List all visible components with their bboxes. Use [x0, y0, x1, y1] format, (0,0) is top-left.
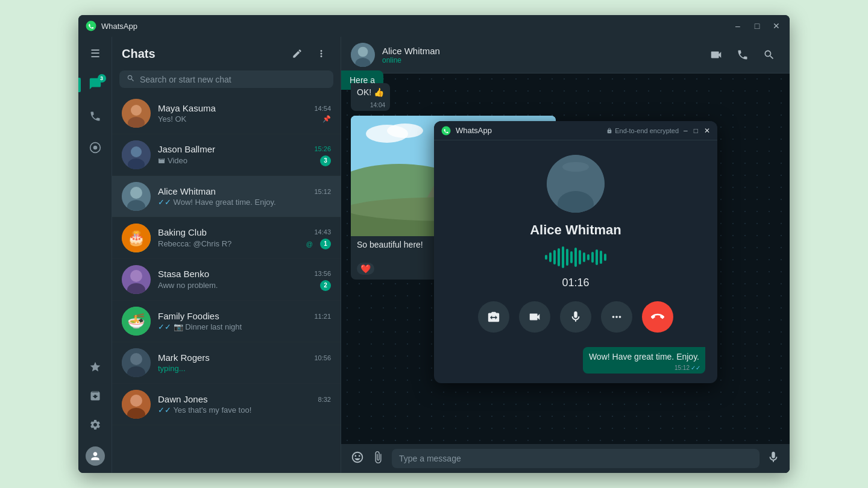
svg-point-2: [93, 146, 97, 150]
chat-header-actions: [705, 44, 780, 66]
search-bar: [119, 70, 333, 88]
badge-stasa: 2: [320, 280, 331, 291]
search-input[interactable]: [140, 75, 326, 84]
call-more-button[interactable]: [601, 301, 632, 333]
chat-preview-alice: ✓✓ Wow! Have great time. Enjoy.: [158, 198, 331, 207]
call-title-controls: – □ ✕: [684, 127, 710, 135]
chat-header-info: Alice Whitman online: [382, 46, 440, 64]
nav-archived-button[interactable]: [83, 384, 107, 408]
wave-bar-11: [587, 254, 590, 260]
video-call-button[interactable]: [705, 44, 727, 66]
svg-point-26: [358, 47, 368, 57]
chat-list: Maya Kasuma 14:54 Yes! OK 📌: [112, 93, 341, 473]
new-chat-button[interactable]: [288, 44, 307, 63]
chat-info-dawn: Dawn Jones 8:32 ✓✓ Yes that's my fave to…: [158, 394, 331, 414]
call-body: Alice Whitman: [434, 140, 717, 383]
nav-starred-button[interactable]: [83, 355, 107, 379]
chat-input-area: [341, 444, 790, 473]
e2e-badge: End-to-end encrypted: [602, 127, 684, 134]
chat-bottom-family: ✓✓ 📷 Dinner last night: [158, 322, 331, 331]
call-title-bar: WhatsApp End-to-end encrypted – □ ✕: [434, 121, 717, 140]
sidebar-actions: [288, 44, 331, 63]
chat-name-dawn: Dawn Jones: [158, 394, 208, 404]
chat-info-family: Family Foodies 11:21 ✓✓ 📷 Dinner last ni…: [158, 311, 331, 331]
emoji-button[interactable]: [351, 451, 364, 467]
call-close-button[interactable]: ✕: [704, 127, 710, 135]
avatar-mark: [122, 348, 151, 377]
chat-header-avatar[interactable]: [351, 43, 375, 67]
message-ok: OK! 👍 14:04: [351, 83, 390, 111]
nav-chats-button[interactable]: 3: [83, 73, 107, 97]
wave-bar-15: [604, 254, 606, 261]
chat-bottom-dawn: ✓✓ Yes that's my fave too!: [158, 405, 331, 414]
message-input[interactable]: [392, 449, 760, 468]
switch-camera-button[interactable]: [478, 301, 509, 333]
call-maximize-button[interactable]: □: [694, 127, 698, 135]
mic-button[interactable]: [767, 451, 780, 467]
chat-item-stasa[interactable]: Stasa Benko 13:56 Aww no problem. 2: [112, 259, 341, 301]
call-minimize-button[interactable]: –: [684, 127, 688, 135]
chat-info-stasa: Stasa Benko 13:56 Aww no problem. 2: [158, 269, 331, 291]
chat-bottom-mark: typing...: [158, 364, 331, 373]
chat-item-family[interactable]: 🍜 Family Foodies 11:21 ✓✓ 📷 Dinner last …: [112, 301, 341, 342]
title-bar: WhatsApp – □ ✕: [78, 15, 790, 37]
chat-preview-dawn: ✓✓ Yes that's my fave too!: [158, 405, 331, 414]
call-chat-area: Wow! Have great time. Enjoy. 15:12 ✓✓: [446, 342, 705, 374]
chat-preview-jason: Video: [158, 156, 315, 165]
chat-time-jason: 15:26: [314, 145, 331, 152]
call-sent-time: 15:12 ✓✓: [675, 364, 700, 371]
wave-bar-6: [566, 249, 568, 266]
end-call-button[interactable]: [642, 301, 673, 333]
chat-item-alice[interactable]: Alice Whitman 15:12 ✓✓ Wow! Have great t…: [112, 176, 341, 217]
svg-point-7: [131, 146, 142, 157]
chat-item-jason[interactable]: Jason Ballmer 15:26 Video 3: [112, 134, 341, 176]
nav-status-button[interactable]: [83, 136, 107, 160]
wave-bar-12: [591, 252, 594, 263]
call-mute-button[interactable]: [560, 301, 591, 333]
wave-bar-4: [558, 248, 560, 266]
chat-top-jason: Jason Ballmer 15:26: [158, 144, 331, 154]
voice-call-button[interactable]: [732, 44, 753, 66]
call-sent-message-wrapper: Wow! Have great time. Enjoy. 15:12 ✓✓: [446, 347, 705, 374]
svg-point-43: [562, 162, 589, 172]
svg-text:🎂: 🎂: [127, 229, 145, 246]
minimize-button[interactable]: –: [732, 21, 744, 31]
chat-top-alice: Alice Whitman 15:12: [158, 186, 331, 196]
chat-name-family: Family Foodies: [158, 311, 219, 321]
call-video-button[interactable]: [519, 301, 550, 333]
svg-point-10: [130, 187, 142, 199]
left-nav: ☰ 3: [78, 37, 112, 473]
chat-name-jason: Jason Ballmer: [158, 144, 215, 154]
chat-bottom-alice: ✓✓ Wow! Have great time. Enjoy.: [158, 198, 331, 207]
call-actions: [478, 301, 673, 333]
user-avatar[interactable]: [86, 446, 105, 466]
search-chat-button[interactable]: [758, 44, 780, 66]
hamburger-menu-button[interactable]: ☰: [83, 42, 107, 66]
chat-preview-baking: Rebecca: @Chris R?: [158, 239, 306, 248]
chat-top-dawn: Dawn Jones 8:32: [158, 394, 331, 404]
chat-name-stasa: Stasa Benko: [158, 269, 209, 279]
chat-item-dawn[interactable]: Dawn Jones 8:32 ✓✓ Yes that's my fave to…: [112, 384, 341, 425]
chat-preview-maya: Yes! OK: [158, 114, 318, 124]
menu-button[interactable]: [312, 44, 331, 63]
chat-item-mark[interactable]: Mark Rogers 10:56 typing...: [112, 342, 341, 384]
chat-header-status: online: [382, 56, 440, 64]
wave-bar-5: [562, 246, 564, 268]
attach-button[interactable]: [371, 451, 385, 467]
maximize-button[interactable]: □: [751, 21, 763, 31]
chats-badge: 3: [98, 74, 106, 83]
chat-time-maya: 14:54: [314, 105, 331, 112]
close-button[interactable]: ✕: [770, 21, 782, 31]
chat-header-name: Alice Whitman: [382, 46, 440, 56]
sidebar-title: Chats: [122, 47, 156, 61]
chat-preview-mark: typing...: [158, 364, 331, 373]
sidebar-header: Chats: [112, 37, 341, 68]
wave-bar-13: [596, 249, 598, 265]
nav-settings-button[interactable]: [83, 413, 107, 437]
chat-item-maya[interactable]: Maya Kasuma 14:54 Yes! OK 📌: [112, 93, 341, 134]
nav-calls-button[interactable]: [83, 104, 107, 128]
chat-item-baking[interactable]: 🎂 Baking Club 14:43 Rebecca: @Chris R? @: [112, 217, 341, 259]
title-bar-controls: – □ ✕: [732, 21, 782, 31]
chat-name-mark: Mark Rogers: [158, 352, 210, 363]
call-contact-name: Alice Whitman: [530, 222, 621, 238]
